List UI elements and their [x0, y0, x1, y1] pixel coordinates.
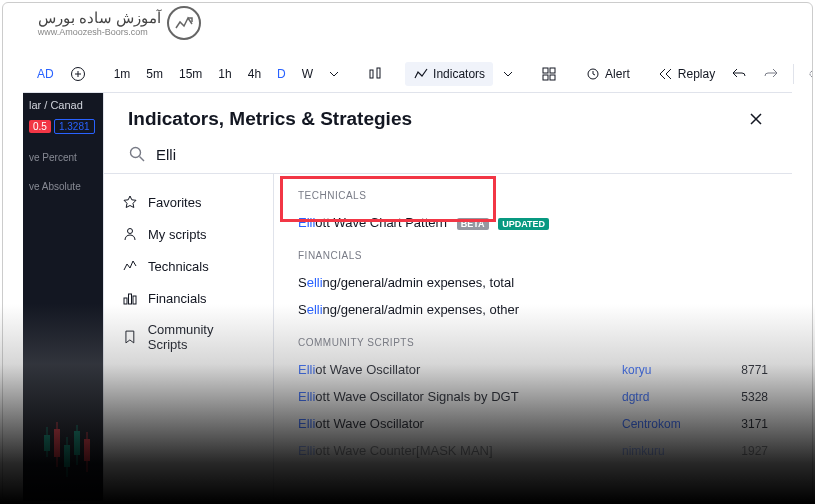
sidebar-label: My scripts [148, 227, 207, 242]
svg-rect-9 [44, 435, 50, 451]
alert-icon [585, 66, 601, 82]
timeframe-dropdown[interactable] [323, 67, 345, 81]
section-community: COMMUNITY SCRIPTS [298, 337, 768, 348]
sidebar-label: Financials [148, 291, 207, 306]
svg-rect-4 [550, 68, 555, 73]
svg-rect-6 [550, 75, 555, 80]
timeframe-4h[interactable]: 4h [242, 63, 267, 85]
result-count: 1927 [722, 444, 768, 458]
svg-rect-11 [54, 429, 60, 457]
layout-name-button[interactable]: Unnamed [802, 62, 813, 86]
section-financials: FINANCIALS [298, 250, 768, 261]
svg-rect-15 [74, 431, 80, 455]
replay-button[interactable]: Replay [652, 62, 721, 86]
top-toolbar: AD 1m 5m 15m 1h 4h D W Indicators [23, 55, 792, 93]
chart-panel[interactable]: lar / Canad 0.5 1.3281 ve Percent ve Abs… [23, 93, 103, 501]
timeframe-1h[interactable]: 1h [212, 63, 237, 85]
result-count: 5328 [722, 390, 768, 404]
svg-rect-20 [124, 298, 127, 304]
result-name: Elliott Wave Oscillator Signals by DGT [298, 389, 622, 404]
redo-button[interactable] [757, 62, 785, 86]
replay-label: Replay [678, 67, 715, 81]
undo-button[interactable] [725, 62, 753, 86]
result-row[interactable]: Elliott Wave Counter[MASK MAN] nimkuru 1… [298, 437, 768, 464]
alert-label: Alert [605, 67, 630, 81]
svg-rect-5 [543, 75, 548, 80]
indicators-icon [413, 66, 429, 82]
alert-button[interactable]: Alert [579, 62, 636, 86]
svg-rect-3 [543, 68, 548, 73]
close-button[interactable] [744, 107, 768, 131]
technicals-icon [122, 258, 138, 274]
timeframe-15m[interactable]: 15m [173, 63, 208, 85]
updated-badge: UPDATED [498, 218, 549, 230]
search-input[interactable] [156, 146, 768, 163]
timeframe-5m[interactable]: 5m [140, 63, 169, 85]
timeframe-w[interactable]: W [296, 63, 319, 85]
result-author[interactable]: koryu [622, 363, 722, 377]
result-row[interactable]: Elliott Wave Oscillator Signals by DGT d… [298, 383, 768, 410]
chevron-down-icon [503, 71, 513, 77]
sidebar-item-technicals[interactable]: Technicals [104, 250, 273, 282]
indicators-modal: Indicators, Metrics & Strategies Favorit… [103, 93, 792, 501]
timeframe-d[interactable]: D [271, 63, 292, 85]
result-name: Elliott Wave Chart Pattern BETA UPDATED [298, 215, 768, 230]
result-author[interactable]: nimkuru [622, 444, 722, 458]
result-name: Selling/general/admin expenses, other [298, 302, 768, 317]
templates-button[interactable] [535, 62, 563, 86]
close-icon [748, 111, 764, 127]
beta-badge: BETA [457, 218, 489, 230]
result-row[interactable]: Selling/general/admin expenses, other [298, 296, 768, 323]
chart-o-value: 0.5 [29, 120, 51, 133]
svg-rect-21 [129, 294, 132, 304]
indicators-button[interactable]: Indicators [405, 62, 493, 86]
timeframe-1m[interactable]: 1m [108, 63, 137, 85]
star-icon [122, 194, 138, 210]
grid-icon [541, 66, 557, 82]
undo-icon [731, 66, 747, 82]
chart-indicator-2: ve Absolute [29, 181, 97, 192]
svg-rect-1 [370, 70, 373, 78]
chart-indicator-1: ve Percent [29, 152, 97, 163]
symbol-chip[interactable]: AD [31, 63, 60, 85]
replay-icon [658, 66, 674, 82]
result-row[interactable]: Selling/general/admin expenses, total [298, 269, 768, 296]
result-author[interactable]: Centrokom [622, 417, 722, 431]
cloud-icon [808, 66, 813, 82]
modal-sidebar: Favorites My scripts Technicals Financia… [104, 174, 274, 501]
result-author[interactable]: dgtrd [622, 390, 722, 404]
sidebar-item-community[interactable]: Community Scripts [104, 314, 273, 360]
result-count: 8771 [722, 363, 768, 377]
svg-rect-13 [64, 445, 70, 467]
watermark: آموزش ساده بورس www.Amoozesh-Boors.com [38, 6, 201, 40]
svg-rect-22 [133, 296, 136, 304]
candles-icon [367, 66, 383, 82]
indicators-label: Indicators [433, 67, 485, 81]
chevron-down-icon [329, 71, 339, 77]
indicators-dropdown[interactable] [497, 67, 519, 81]
section-technicals: TECHNICALS [298, 190, 768, 201]
svg-rect-17 [84, 439, 90, 461]
modal-title: Indicators, Metrics & Strategies [128, 108, 412, 130]
chart-pair-label: lar / Canad [29, 99, 97, 111]
result-row[interactable]: Elliot Wave Oscillator koryu 8771 [298, 356, 768, 383]
sidebar-item-favorites[interactable]: Favorites [104, 186, 273, 218]
redo-icon [763, 66, 779, 82]
sidebar-label: Technicals [148, 259, 209, 274]
result-row[interactable]: Elliott Wave Oscillator Centrokom 3171 [298, 410, 768, 437]
bookmark-icon [122, 329, 138, 345]
sidebar-item-financials[interactable]: Financials [104, 282, 273, 314]
results-panel: TECHNICALS Elliott Wave Chart Pattern BE… [274, 174, 792, 501]
watermark-title: آموزش ساده بورس [38, 9, 161, 27]
sidebar-label: Community Scripts [148, 322, 255, 352]
separator [793, 64, 794, 84]
watermark-logo-icon [167, 6, 201, 40]
chart-style-button[interactable] [361, 62, 389, 86]
sidebar-item-my-scripts[interactable]: My scripts [104, 218, 273, 250]
result-name: Elliot Wave Oscillator [298, 362, 622, 377]
chart-price-value: 1.3281 [54, 119, 95, 134]
add-symbol-button[interactable] [64, 62, 92, 86]
plus-circle-icon [70, 66, 86, 82]
result-name: Elliott Wave Counter[MASK MAN] [298, 443, 622, 458]
result-row[interactable]: Elliott Wave Chart Pattern BETA UPDATED [298, 209, 768, 236]
